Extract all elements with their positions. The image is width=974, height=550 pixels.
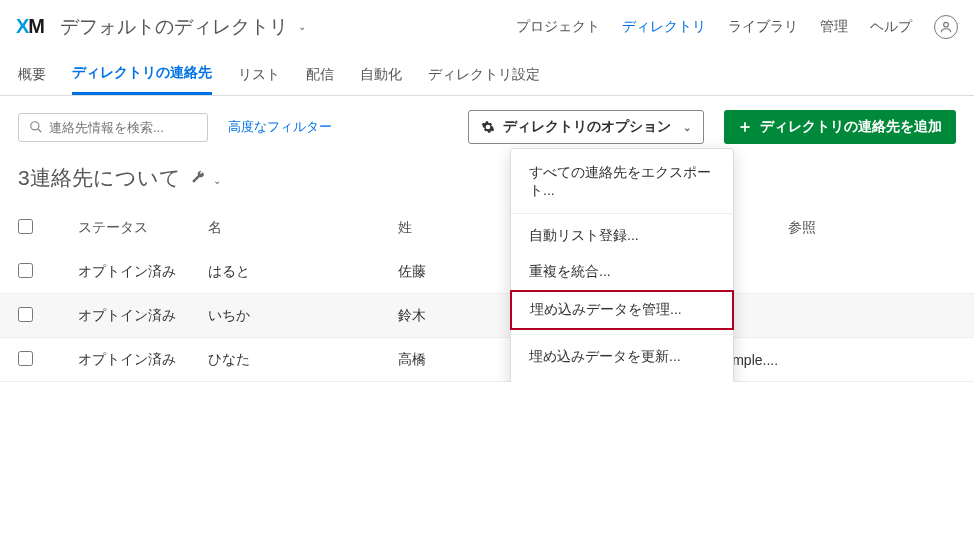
contacts-table: ステータス 名 姓 参照 オプトイン済み はると 佐藤 オプトイン済み いちか … [0, 206, 974, 382]
tabs-bar: 概要 ディレクトリの連絡先 リスト 配信 自動化 ディレクトリ設定 [0, 54, 974, 96]
cell-first: いちか [208, 307, 398, 325]
plus-icon [738, 120, 752, 134]
contact-count-title: 3連絡先について [18, 164, 181, 192]
nav-right: プロジェクト ディレクトリ ライブラリ 管理 ヘルプ [516, 15, 958, 39]
search-input[interactable] [49, 120, 197, 135]
tab-distribution[interactable]: 配信 [306, 54, 334, 95]
add-label: ディレクトリの連絡先を追加 [760, 118, 942, 136]
tab-overview[interactable]: 概要 [18, 54, 46, 95]
tools-button[interactable]: ⌄ [191, 170, 221, 187]
dd-manage-embedded-data[interactable]: 埋め込みデータを管理... [510, 290, 734, 330]
cell-status: オプトイン済み [78, 307, 208, 325]
logo-x: X [16, 15, 28, 38]
nav-help[interactable]: ヘルプ [870, 18, 912, 36]
row-checkbox[interactable] [18, 351, 33, 366]
table-header: ステータス 名 姓 参照 [0, 206, 974, 250]
directory-selector[interactable]: デフォルトのディレクトリ ⌄ [60, 14, 306, 40]
chevron-down-icon: ⌄ [298, 21, 306, 32]
col-status: ステータス [78, 219, 208, 237]
dd-auto-list[interactable]: 自動リスト登録... [511, 218, 733, 254]
nav-admin[interactable]: 管理 [820, 18, 848, 36]
gear-icon [481, 120, 495, 134]
row-checkbox[interactable] [18, 263, 33, 278]
tab-automation[interactable]: 自動化 [360, 54, 402, 95]
dd-directory-settings[interactable]: ディレクトリ設定... [511, 375, 733, 382]
nav-projects[interactable]: プロジェクト [516, 18, 600, 36]
table-row[interactable]: オプトイン済み ひなた 高橋 Hinata.Takahashi@example.… [0, 338, 974, 382]
col-first-name: 名 [208, 219, 398, 237]
toolbar: 高度なフィルター ディレクトリのオプション ⌄ ディレクトリの連絡先を追加 すべ… [0, 96, 974, 158]
select-all-checkbox[interactable] [18, 219, 33, 234]
nav-library[interactable]: ライブラリ [728, 18, 798, 36]
logo-m: M [28, 15, 44, 38]
user-avatar-icon[interactable] [934, 15, 958, 39]
cell-first: ひなた [208, 351, 398, 369]
dd-export-contacts[interactable]: すべての連絡先をエクスポート... [511, 155, 733, 209]
wrench-icon [191, 170, 205, 184]
table-row[interactable]: オプトイン済み いちか 鈴木 om [0, 294, 974, 338]
chevron-down-icon: ⌄ [213, 175, 221, 186]
cell-status: オプトイン済み [78, 351, 208, 369]
tab-lists[interactable]: リスト [238, 54, 280, 95]
svg-line-2 [38, 129, 42, 133]
col-reference: 参照 [788, 219, 908, 237]
svg-point-0 [944, 22, 949, 27]
dd-update-embedded-data[interactable]: 埋め込みデータを更新... [511, 339, 733, 375]
tab-contacts[interactable]: ディレクトリの連絡先 [72, 54, 212, 95]
table-row[interactable]: オプトイン済み はると 佐藤 [0, 250, 974, 294]
logo[interactable]: XM [16, 15, 44, 38]
cell-status: オプトイン済み [78, 263, 208, 281]
options-label: ディレクトリのオプション [503, 118, 671, 136]
directory-options-dropdown: すべての連絡先をエクスポート... 自動リスト登録... 重複を統合... 埋め… [510, 148, 734, 382]
subheader: 3連絡先について ⌄ [0, 158, 974, 206]
add-contact-button[interactable]: ディレクトリの連絡先を追加 [724, 110, 956, 144]
directory-title: デフォルトのディレクトリ [60, 14, 288, 40]
search-icon [29, 120, 43, 134]
tab-settings[interactable]: ディレクトリ設定 [428, 54, 540, 95]
search-box[interactable] [18, 113, 208, 142]
directory-options-button[interactable]: ディレクトリのオプション ⌄ [468, 110, 704, 144]
row-checkbox[interactable] [18, 307, 33, 322]
advanced-filter-link[interactable]: 高度なフィルター [228, 118, 332, 136]
nav-directory[interactable]: ディレクトリ [622, 18, 706, 36]
top-bar: XM デフォルトのディレクトリ ⌄ プロジェクト ディレクトリ ライブラリ 管理… [0, 0, 974, 54]
svg-point-1 [31, 122, 39, 130]
dd-merge-duplicates[interactable]: 重複を統合... [511, 254, 733, 290]
cell-first: はると [208, 263, 398, 281]
chevron-down-icon: ⌄ [683, 122, 691, 133]
